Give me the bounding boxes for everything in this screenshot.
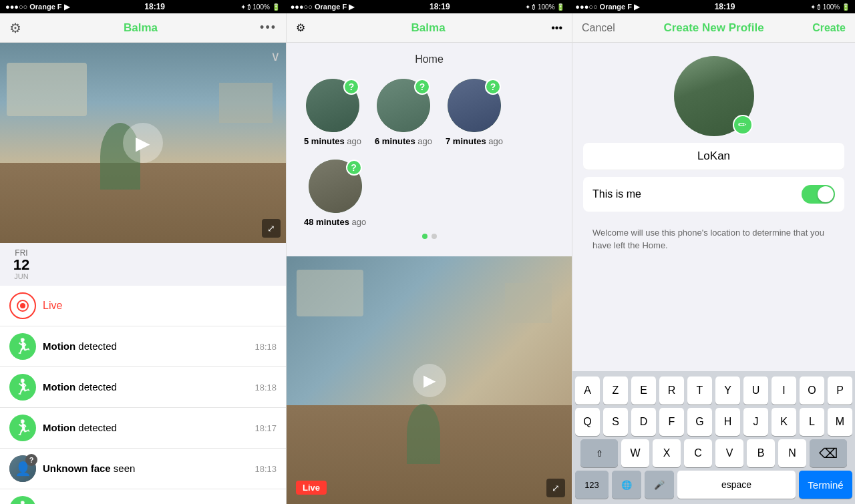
key-T[interactable]: T [687,376,712,405]
profile-question-badge-1: ? [343,79,359,95]
panel3-header: Cancel Create New Profile Create [572,13,855,43]
panel3-title: Create New Profile [663,21,763,35]
event-primary-face-1: Unknown face seen [43,463,135,474]
panel1-camera-name: Balma [21,21,260,35]
cancel-button[interactable]: Cancel [582,22,615,34]
profile-card-3[interactable]: ? 7 minutes ago [446,79,503,146]
toggle-section: This is me [583,177,844,212]
panel2-expand-icon[interactable]: ⤢ [546,479,565,497]
event-item-motion-2[interactable]: 🏃 Motion detected 18:18 [0,367,286,408]
panel2-furniture-1 [297,270,363,316]
status-bar-panel3: ●●●○○ Orange F ▶ 18:19 ✦ ₿ 100% 🔋 [570,0,855,13]
question-badge-1: ? [25,454,37,466]
key-V[interactable]: V [715,439,743,467]
key-G[interactable]: G [687,408,712,436]
profile-avatar-wrap-2: ? [377,79,430,132]
profile-card-2[interactable]: ? 6 minutes ago [375,79,432,146]
edit-photo-icon[interactable]: ✏ [733,115,753,135]
key-R[interactable]: R [659,376,684,405]
globe-key[interactable]: 🌐 [612,471,641,499]
info-text: Welcome will use this phone's location t… [592,228,824,250]
panel2-furniture-2 [505,283,552,323]
fullscreen-icon[interactable]: ⤢ [262,219,281,238]
camera-preview[interactable]: ▶ ∨ ⤢ [0,43,286,243]
done-key[interactable]: Terminé [799,471,852,499]
shift-key[interactable]: ⇧ [580,439,618,467]
space-key[interactable]: espace [677,471,796,499]
key-C[interactable]: C [684,439,712,467]
key-L[interactable]: L [800,408,824,436]
event-list: FRI 12 JUN Live 🏃 Motion [0,243,286,504]
panel2-person [407,404,440,464]
key-I[interactable]: I [772,376,796,405]
more-options-icon[interactable]: ••• [260,21,277,35]
key-X[interactable]: X [653,439,681,467]
key-B[interactable]: B [747,439,775,467]
profile-question-badge-2: ? [414,79,430,95]
event-primary-motion-3: Motion detected [43,422,117,433]
key-Y[interactable]: Y [715,376,740,405]
motion-icon-wrap-1: 🏃 [9,333,36,360]
key-O[interactable]: O [800,376,824,405]
key-M[interactable]: M [828,408,852,436]
profile-photo-wrap[interactable]: ✏ [674,56,754,136]
event-time-face-1: 18:13 [254,464,277,474]
live-label: Live [43,300,62,312]
panel2-camera-preview[interactable]: ▶ Live ⤢ [287,256,572,504]
settings-icon[interactable]: ⚙ [9,20,21,36]
motion-icon-wrap-4: 🏃 [9,496,36,504]
event-text-motion-3: Motion detected [43,422,248,434]
camera-controls: ⤢ [262,219,281,238]
panel2-more-options-icon[interactable]: ••• [551,22,562,34]
profile-avatar-wrap-3: ? [448,79,501,132]
panel2-settings-icon[interactable]: ⚙ [296,21,305,34]
motion-icon-wrap-2: 🏃 [9,374,36,401]
key-E[interactable]: E [631,376,656,405]
key-P[interactable]: P [828,376,852,405]
key-K[interactable]: K [772,408,796,436]
key-U[interactable]: U [743,376,768,405]
key-D[interactable]: D [631,408,656,436]
event-item-motion-1[interactable]: 🏃 Motion detected 18:18 [0,326,286,367]
key-W[interactable]: W [621,439,649,467]
event-item-motion-4[interactable]: 🏃 Motion detected 18:13 [0,489,286,504]
key-N[interactable]: N [778,439,806,467]
create-button[interactable]: Create [812,22,846,34]
mic-key[interactable]: 🎤 [645,471,674,499]
status-bar-panel1: ●●●○○ Orange F ▶ 18:19 ✦ ₿ 100% 🔋 [0,0,285,13]
key-Z[interactable]: Z [603,376,628,405]
motion-icon-4: 🏃 [9,496,36,504]
time-p1: 18:19 [144,2,165,11]
profile-card-1[interactable]: ? 5 minutes ago [304,79,361,146]
profile-avatar-wrap-4: ? [309,160,362,213]
event-item-face-1[interactable]: 👤 ? Unknown face seen 18:13 [0,449,286,489]
motion-icon-wrap-3: 🏃 [9,415,36,441]
backspace-key[interactable]: ⌫ [810,439,847,467]
profile-photo-section: ✏ [572,43,855,143]
key-Q[interactable]: Q [575,408,600,436]
profile-card-4[interactable]: ? 48 minutes ago [304,160,366,227]
key-F[interactable]: F [659,408,684,436]
profiles-section: Home ? 5 minutes ago [287,43,572,256]
numbers-key[interactable]: 123 [575,471,609,499]
profiles-grid: ? 5 minutes ago ? 6 minutes ago [297,79,561,227]
motion-icon-1: 🏃 [9,333,36,360]
panel2-play-button[interactable]: ▶ [413,364,446,397]
profile-name-input[interactable] [592,150,835,163]
toggle-label: This is me [592,188,641,200]
key-H[interactable]: H [715,408,740,436]
key-S[interactable]: S [603,408,628,436]
live-event-item[interactable]: Live [0,286,286,326]
key-J[interactable]: J [743,408,768,436]
chevron-down-icon[interactable]: ∨ [271,48,281,64]
info-text-section: Welcome will use this phone's location t… [583,218,844,260]
this-is-me-toggle[interactable] [802,185,835,204]
keyboard-row-2: Q S D F G H J K L M [575,408,852,436]
month-name: JUN [14,272,28,280]
play-button[interactable]: ▶ [123,123,163,163]
event-item-motion-3[interactable]: 🏃 Motion detected 18:17 [0,408,286,449]
motion-figure-3: 🏃 [14,419,32,437]
key-A[interactable]: A [575,376,600,405]
event-time-2: 18:18 [254,383,277,393]
event-time-3: 18:17 [254,423,277,433]
